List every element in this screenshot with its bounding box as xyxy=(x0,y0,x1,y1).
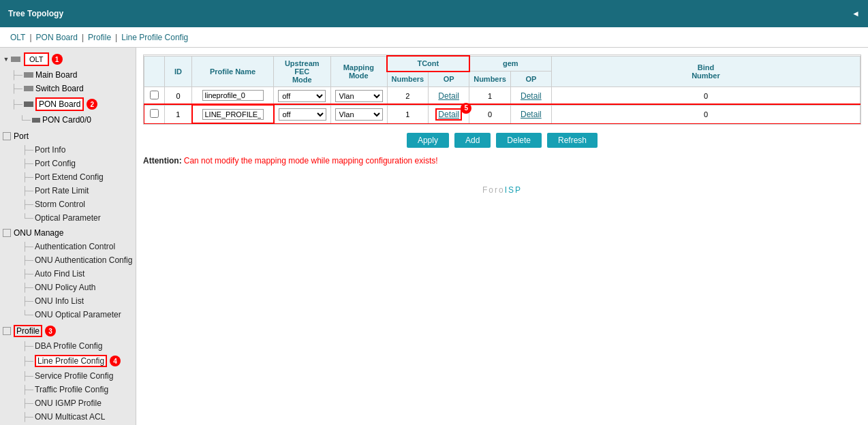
sidebar-item-onu-multicast-acl[interactable]: ├─ONU Multicast ACL xyxy=(0,410,136,424)
sidebar-item-onu-igmp-profile[interactable]: ├─ONU IGMP Profile xyxy=(0,396,136,410)
row1-gem-detail-link[interactable]: Detail xyxy=(521,110,542,119)
th-id: ID xyxy=(165,56,192,86)
refresh-button[interactable]: Refresh xyxy=(547,133,598,148)
row0-gem-detail-link[interactable]: Detail xyxy=(521,91,542,101)
row0-tcont-op[interactable]: Detail xyxy=(429,86,469,105)
apply-button[interactable]: Apply xyxy=(407,133,449,148)
th-mapping-mode: Mapping Mode xyxy=(330,56,387,86)
content-area: ID Profile Name Upstream FECMode Mapping… xyxy=(136,48,868,425)
row0-gem-op[interactable]: Detail xyxy=(510,86,551,105)
row1-tcont-detail-link[interactable]: Detail xyxy=(435,108,462,121)
sidebar-item-port-config[interactable]: ├─Port Config xyxy=(0,157,136,170)
sidebar-item-port-info[interactable]: ├─Port Info xyxy=(0,143,136,157)
switchboard-icon xyxy=(24,86,33,91)
sidebar-item-port-extend-config[interactable]: ├─Port Extend Config xyxy=(0,170,136,184)
profile-section-label[interactable]: Profile xyxy=(14,325,42,337)
row0-profile-name[interactable] xyxy=(192,86,274,105)
row0-fec[interactable]: offon xyxy=(274,86,331,105)
port-section-label: Port xyxy=(14,131,29,141)
row0-checkbox[interactable] xyxy=(150,91,159,99)
breadcrumb-line-profile-config[interactable]: Line Profile Config xyxy=(121,33,188,42)
profile-table-container: ID Profile Name Upstream FECMode Mapping… xyxy=(143,54,861,125)
attention-notice: Attention: Can not modify the mapping mo… xyxy=(143,156,861,166)
line-profile-badge: 4 xyxy=(110,356,121,366)
table-row: 1 offon VlanGEMTLS xyxy=(144,105,861,123)
sidebar-item-onu-auth-config[interactable]: ├─ONU Authentication Config xyxy=(0,253,136,267)
profile-section-header[interactable]: Profile 3 xyxy=(0,323,136,339)
olt-icon xyxy=(11,57,20,62)
profile-badge: 3 xyxy=(45,326,56,336)
delete-button[interactable]: Delete xyxy=(496,133,542,148)
table-row: 0 offon VlanGEMTLS xyxy=(144,86,861,105)
sidebar-item-onu-info-list[interactable]: ├─ONU Info List xyxy=(0,294,136,308)
sidebar-item-auth-control[interactable]: ├─Authentication Control xyxy=(0,240,136,253)
row1-gem-numbers: 0 xyxy=(469,105,511,123)
action-buttons: Apply Add Delete Refresh xyxy=(143,133,861,148)
sidebar-item-pon-board[interactable]: ├─ PON Board 2 xyxy=(0,95,136,113)
line-profile-label[interactable]: Line Profile Config xyxy=(35,355,107,367)
sidebar-item-storm-control[interactable]: ├─Storm Control xyxy=(0,198,136,211)
detail-badge: 5 xyxy=(461,103,471,114)
breadcrumb-pon-board[interactable]: PON Board xyxy=(36,33,78,42)
row0-profile-input[interactable] xyxy=(202,90,264,101)
th-gem-op: OP xyxy=(510,72,551,86)
sidebar: ▼ OLT 1 ├─ Main Board ├─ Switch Board ├─… xyxy=(0,48,136,425)
th-select xyxy=(144,56,165,86)
sidebar-item-switch-board[interactable]: ├─ Switch Board xyxy=(0,82,136,95)
row0-gem-numbers: 1 xyxy=(469,86,511,105)
add-button[interactable]: Add xyxy=(454,133,491,148)
row0-mapping[interactable]: VlanGEMTLS xyxy=(330,86,387,105)
row1-profile-name[interactable] xyxy=(192,105,274,123)
sidebar-item-onu-optical-param[interactable]: └─ONU Optical Parameter xyxy=(0,308,136,321)
watermark-foro: Foro xyxy=(482,185,505,195)
th-tcont-op: OP xyxy=(429,72,469,86)
profile-checkbox[interactable] xyxy=(3,327,11,335)
onu-manage-section-header[interactable]: ONU Manage xyxy=(0,226,136,240)
row1-checkbox-cell[interactable] xyxy=(144,105,165,123)
port-section-items: ├─Port Info ├─Port Config ├─Port Extend … xyxy=(0,143,136,225)
row1-mapping[interactable]: VlanGEMTLS xyxy=(330,105,387,123)
port-checkbox[interactable] xyxy=(3,132,11,140)
onu-manage-checkbox[interactable] xyxy=(3,229,11,237)
row0-tcont-numbers: 2 xyxy=(387,86,429,105)
row1-bind-number: 0 xyxy=(551,105,860,123)
poncard-icon xyxy=(32,118,40,123)
sidebar-item-main-board[interactable]: ├─ Main Board xyxy=(0,68,136,82)
row0-mapping-select[interactable]: VlanGEMTLS xyxy=(335,90,383,102)
th-upstream-fec: Upstream FECMode xyxy=(274,56,331,86)
row0-id: 0 xyxy=(165,86,192,105)
sidebar-item-olt[interactable]: ▼ OLT 1 xyxy=(0,50,136,68)
row1-gem-op[interactable]: Detail xyxy=(510,105,551,123)
sidebar-item-onu-policy-auth[interactable]: ├─ONU Policy Auth xyxy=(0,281,136,294)
watermark-isp: ISP xyxy=(505,185,522,195)
breadcrumb-olt[interactable]: OLT xyxy=(10,33,25,42)
th-gem: gem xyxy=(469,56,552,72)
attention-message: Can not modify the mapping mode while ma… xyxy=(184,156,438,166)
row0-fec-select[interactable]: offon xyxy=(278,90,326,102)
row1-checkbox[interactable] xyxy=(150,109,159,118)
collapse-icon[interactable]: ◄ xyxy=(852,9,860,18)
olt-label[interactable]: OLT xyxy=(24,52,49,66)
sidebar-item-port-rate-limit[interactable]: ├─Port Rate Limit xyxy=(0,184,136,198)
profile-items: ├─DBA Profile Config ├─ Line Profile Con… xyxy=(0,339,136,425)
sidebar-item-pon-card[interactable]: └─ PON Card0/0 xyxy=(0,113,136,127)
row1-mapping-select[interactable]: VlanGEMTLS xyxy=(335,108,383,121)
row1-fec[interactable]: offon xyxy=(274,105,331,123)
pon-board-label[interactable]: PON Board xyxy=(35,97,84,111)
sidebar-item-traffic-profile[interactable]: ├─Traffic Profile Config xyxy=(0,383,136,396)
watermark: ForoISP xyxy=(143,179,861,197)
breadcrumb-profile[interactable]: Profile xyxy=(88,33,111,42)
row1-tcont-op[interactable]: Detail 5 xyxy=(429,105,469,123)
row0-checkbox-cell[interactable] xyxy=(144,86,165,105)
pon-card-label: PON Card0/0 xyxy=(42,115,91,125)
row1-fec-select[interactable]: offon xyxy=(279,108,326,121)
sidebar-item-service-profile[interactable]: ├─Service Profile Config xyxy=(0,369,136,383)
sidebar-item-auto-find-list[interactable]: ├─Auto Find List xyxy=(0,267,136,281)
sidebar-item-dba-profile[interactable]: ├─DBA Profile Config xyxy=(0,339,136,353)
th-tcont: TCont xyxy=(387,56,469,72)
row0-tcont-detail-link[interactable]: Detail xyxy=(438,91,459,101)
sidebar-item-optical-parameter[interactable]: └─Optical Parameter xyxy=(0,211,136,225)
row1-profile-input[interactable] xyxy=(202,109,264,120)
sidebar-item-line-profile-config[interactable]: ├─ Line Profile Config 4 xyxy=(0,353,136,369)
port-section-header[interactable]: Port xyxy=(0,129,136,143)
